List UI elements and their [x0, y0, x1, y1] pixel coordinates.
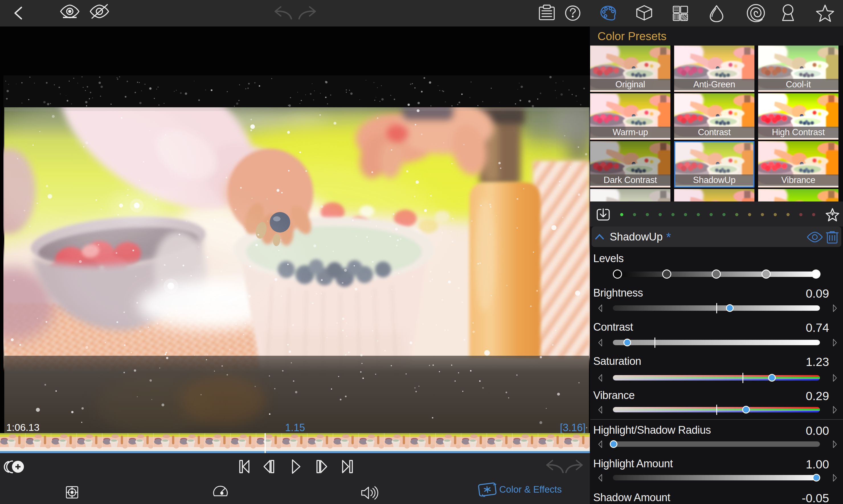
svg-text:ShadowUp: ShadowUp: [610, 231, 663, 243]
svg-text:*: *: [666, 230, 671, 244]
svg-text:Color & Effects: Color & Effects: [499, 484, 562, 494]
